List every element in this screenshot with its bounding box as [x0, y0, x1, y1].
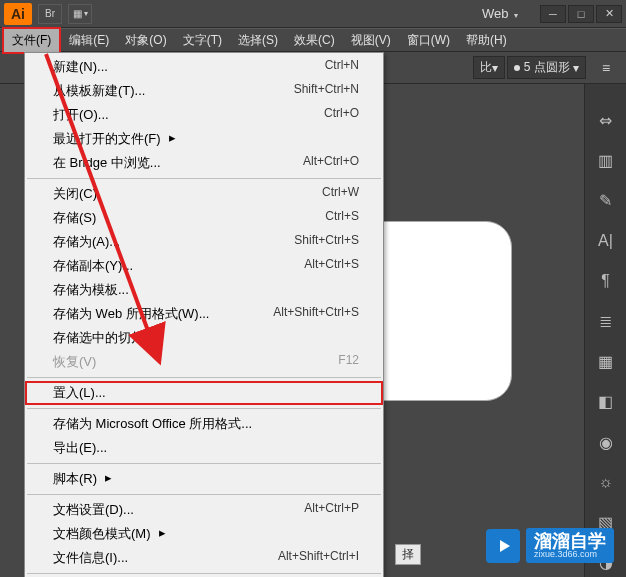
type-panel-icon[interactable]: A| — [591, 227, 621, 255]
workspace-selector[interactable]: Web ▾ — [482, 6, 518, 21]
bridge-icon[interactable]: Br — [38, 4, 62, 24]
menu-entry[interactable]: 文件信息(I)...Alt+Shift+Ctrl+I — [25, 546, 383, 570]
menu-entry[interactable]: 脚本(R) — [25, 467, 383, 491]
layers-panel-icon[interactable]: ▥ — [591, 146, 621, 174]
stacked-bars-icon[interactable]: ≣ — [591, 307, 621, 335]
minimize-button[interactable]: ─ — [540, 5, 566, 23]
menu-object[interactable]: 对象(O) — [117, 29, 174, 52]
menu-view[interactable]: 视图(V) — [343, 29, 399, 52]
menu-window[interactable]: 窗口(W) — [399, 29, 458, 52]
menu-edit[interactable]: 编辑(E) — [61, 29, 117, 52]
menu-file[interactable]: 文件(F) — [2, 27, 61, 54]
menu-entry[interactable]: 文档设置(D)...Alt+Ctrl+P — [25, 498, 383, 522]
watermark-title: 溜溜自学 — [534, 532, 606, 550]
watermark-url: zixue.3d66.com — [534, 550, 606, 559]
menu-entry[interactable]: 存储为(A)...Shift+Ctrl+S — [25, 230, 383, 254]
menu-entry[interactable]: 打开(O)...Ctrl+O — [25, 103, 383, 127]
menu-entry[interactable]: 新建(N)...Ctrl+N — [25, 55, 383, 79]
shape-selector[interactable]: 5 点圆形 ▾ — [507, 56, 586, 79]
menu-effect[interactable]: 效果(C) — [286, 29, 343, 52]
menu-entry[interactable]: 导出(E)... — [25, 436, 383, 460]
menu-entry[interactable]: 存储为 Microsoft Office 所用格式... — [25, 412, 383, 436]
menu-entry[interactable]: 关闭(C)Ctrl+W — [25, 182, 383, 206]
menu-separator — [27, 408, 381, 409]
menu-entry[interactable]: 文档颜色模式(M) — [25, 522, 383, 546]
appearance-panel-icon[interactable]: ◉ — [591, 428, 621, 456]
menu-entry[interactable]: 存储(S)Ctrl+S — [25, 206, 383, 230]
menu-entry[interactable]: 存储为模板... — [25, 278, 383, 302]
right-dock: ⇔ ▥ ✎ A| ¶ ≣ ▦ ◧ ◉ ☼ ▧ ◑ — [584, 84, 626, 577]
menu-help[interactable]: 帮助(H) — [458, 29, 515, 52]
menu-entry[interactable]: 从模板新建(T)...Shift+Ctrl+N — [25, 79, 383, 103]
menu-entry[interactable]: 存储副本(Y)...Alt+Ctrl+S — [25, 254, 383, 278]
file-menu-dropdown: 新建(N)...Ctrl+N从模板新建(T)...Shift+Ctrl+N打开(… — [24, 52, 384, 577]
menu-entry[interactable]: 存储选中的切片... — [25, 326, 383, 350]
swatches-panel-icon[interactable]: ▦ — [591, 348, 621, 376]
close-button[interactable]: ✕ — [596, 5, 622, 23]
menu-entry[interactable]: 存储为 Web 所用格式(W)...Alt+Shift+Ctrl+S — [25, 302, 383, 326]
menu-type[interactable]: 文字(T) — [175, 29, 230, 52]
app-logo: Ai — [4, 3, 32, 25]
menu-entry[interactable]: 最近打开的文件(F) — [25, 127, 383, 151]
dot-icon — [514, 65, 520, 71]
paragraph-panel-icon[interactable]: ¶ — [591, 267, 621, 295]
menu-entry: 恢复(V)F12 — [25, 350, 383, 374]
menu-separator — [27, 494, 381, 495]
watermark-icon — [486, 529, 520, 563]
brush-panel-icon[interactable]: ✎ — [591, 187, 621, 215]
options-menu-icon[interactable]: ≡ — [594, 60, 618, 76]
watermark: 溜溜自学 zixue.3d66.com — [486, 528, 614, 563]
menu-separator — [27, 573, 381, 574]
menu-separator — [27, 178, 381, 179]
menu-separator — [27, 377, 381, 378]
status-fragment: 择 — [395, 544, 421, 565]
menu-separator — [27, 463, 381, 464]
symbols-panel-icon[interactable]: ☼ — [591, 468, 621, 496]
menu-entry[interactable]: 在 Bridge 中浏览...Alt+Ctrl+O — [25, 151, 383, 175]
menubar: 文件(F) 编辑(E) 对象(O) 文字(T) 选择(S) 效果(C) 视图(V… — [0, 28, 626, 52]
link-panel-icon[interactable]: ⇔ — [591, 106, 621, 134]
arrange-docs-icon[interactable]: ▦▾ — [68, 4, 92, 24]
pathfinder-panel-icon[interactable]: ◧ — [591, 388, 621, 416]
scale-fragment[interactable]: 比 ▾ — [473, 56, 505, 79]
menu-select[interactable]: 选择(S) — [230, 29, 286, 52]
maximize-button[interactable]: □ — [568, 5, 594, 23]
menu-entry[interactable]: 置入(L)... — [25, 381, 383, 405]
